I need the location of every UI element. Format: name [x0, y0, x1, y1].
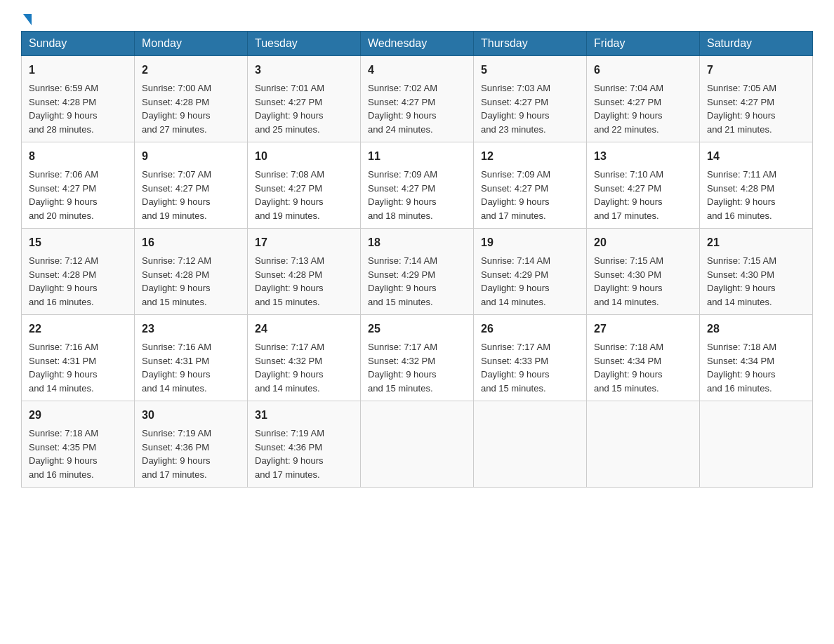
- daylight-text2: and 15 minutes.: [142, 295, 240, 309]
- sunrise-text: Sunrise: 7:03 AM: [481, 81, 579, 95]
- calendar-table: SundayMondayTuesdayWednesdayThursdayFrid…: [21, 31, 813, 488]
- day-number: 13: [594, 148, 692, 165]
- daylight-text: Daylight: 9 hours: [707, 195, 805, 209]
- daylight-text: Daylight: 9 hours: [707, 109, 805, 123]
- sunrise-text: Sunrise: 7:14 AM: [368, 254, 466, 268]
- calendar-cell: [700, 401, 813, 488]
- daylight-text2: and 17 minutes.: [481, 209, 579, 223]
- sunrise-text: Sunrise: 7:05 AM: [707, 81, 805, 95]
- daylight-text2: and 24 minutes.: [368, 123, 466, 137]
- daylight-text2: and 15 minutes.: [594, 382, 692, 396]
- daylight-text2: and 15 minutes.: [481, 382, 579, 396]
- daylight-text2: and 22 minutes.: [594, 123, 692, 137]
- calendar-week-2: 8Sunrise: 7:06 AMSunset: 4:27 PMDaylight…: [22, 142, 813, 229]
- weekday-header-tuesday: Tuesday: [248, 32, 361, 56]
- sunrise-text: Sunrise: 7:10 AM: [594, 168, 692, 182]
- daylight-text: Daylight: 9 hours: [481, 281, 579, 295]
- day-number: 18: [368, 234, 466, 251]
- daylight-text: Daylight: 9 hours: [29, 195, 127, 209]
- sunrise-text: Sunrise: 7:11 AM: [707, 168, 805, 182]
- calendar-body: 1Sunrise: 6:59 AMSunset: 4:28 PMDaylight…: [22, 56, 813, 488]
- daylight-text: Daylight: 9 hours: [368, 109, 466, 123]
- sunrise-text: Sunrise: 7:17 AM: [255, 340, 353, 354]
- day-number: 29: [29, 407, 127, 424]
- sunrise-text: Sunrise: 7:00 AM: [142, 81, 240, 95]
- day-number: 30: [142, 407, 240, 424]
- daylight-text: Daylight: 9 hours: [594, 281, 692, 295]
- sunrise-text: Sunrise: 7:16 AM: [29, 340, 127, 354]
- sunrise-text: Sunrise: 7:14 AM: [481, 254, 579, 268]
- sunrise-text: Sunrise: 7:18 AM: [29, 427, 127, 441]
- sunset-text: Sunset: 4:36 PM: [255, 441, 353, 455]
- calendar-cell: 17Sunrise: 7:13 AMSunset: 4:28 PMDayligh…: [248, 229, 361, 315]
- daylight-text: Daylight: 9 hours: [368, 368, 466, 382]
- day-number: 3: [255, 62, 353, 79]
- sunrise-text: Sunrise: 7:12 AM: [29, 254, 127, 268]
- sunset-text: Sunset: 4:27 PM: [255, 182, 353, 196]
- logo: [21, 14, 32, 24]
- day-number: 8: [29, 148, 127, 165]
- sunset-text: Sunset: 4:28 PM: [255, 268, 353, 282]
- logo-triangle-icon: [23, 14, 32, 25]
- daylight-text: Daylight: 9 hours: [142, 454, 240, 468]
- sunset-text: Sunset: 4:31 PM: [29, 354, 127, 368]
- sunrise-text: Sunrise: 7:15 AM: [594, 254, 692, 268]
- day-number: 12: [481, 148, 579, 165]
- sunset-text: Sunset: 4:27 PM: [255, 95, 353, 109]
- calendar-cell: 2Sunrise: 7:00 AMSunset: 4:28 PMDaylight…: [135, 56, 248, 142]
- daylight-text2: and 16 minutes.: [29, 468, 127, 482]
- daylight-text2: and 16 minutes.: [707, 209, 805, 223]
- daylight-text: Daylight: 9 hours: [255, 109, 353, 123]
- day-number: 16: [142, 234, 240, 251]
- calendar-cell: 6Sunrise: 7:04 AMSunset: 4:27 PMDaylight…: [587, 56, 700, 142]
- calendar-cell: 23Sunrise: 7:16 AMSunset: 4:31 PMDayligh…: [135, 315, 248, 401]
- day-number: 11: [368, 148, 466, 165]
- daylight-text: Daylight: 9 hours: [481, 109, 579, 123]
- sunset-text: Sunset: 4:27 PM: [481, 182, 579, 196]
- daylight-text: Daylight: 9 hours: [368, 195, 466, 209]
- sunrise-text: Sunrise: 7:06 AM: [29, 168, 127, 182]
- sunrise-text: Sunrise: 7:17 AM: [368, 340, 466, 354]
- daylight-text: Daylight: 9 hours: [29, 454, 127, 468]
- day-number: 21: [707, 234, 805, 251]
- sunset-text: Sunset: 4:27 PM: [594, 95, 692, 109]
- daylight-text: Daylight: 9 hours: [29, 368, 127, 382]
- calendar-cell: 4Sunrise: 7:02 AMSunset: 4:27 PMDaylight…: [361, 56, 474, 142]
- daylight-text2: and 19 minutes.: [142, 209, 240, 223]
- calendar-cell: 9Sunrise: 7:07 AMSunset: 4:27 PMDaylight…: [135, 142, 248, 229]
- calendar-cell: 13Sunrise: 7:10 AMSunset: 4:27 PMDayligh…: [587, 142, 700, 229]
- calendar-week-3: 15Sunrise: 7:12 AMSunset: 4:28 PMDayligh…: [22, 229, 813, 315]
- daylight-text2: and 17 minutes.: [255, 468, 353, 482]
- calendar-cell: 16Sunrise: 7:12 AMSunset: 4:28 PMDayligh…: [135, 229, 248, 315]
- sunset-text: Sunset: 4:29 PM: [481, 268, 579, 282]
- sunrise-text: Sunrise: 7:12 AM: [142, 254, 240, 268]
- sunrise-text: Sunrise: 7:18 AM: [594, 340, 692, 354]
- sunrise-text: Sunrise: 7:16 AM: [142, 340, 240, 354]
- day-number: 28: [707, 321, 805, 337]
- calendar-cell: 28Sunrise: 7:18 AMSunset: 4:34 PMDayligh…: [700, 315, 813, 401]
- daylight-text: Daylight: 9 hours: [594, 368, 692, 382]
- day-number: 7: [707, 62, 805, 79]
- daylight-text: Daylight: 9 hours: [481, 368, 579, 382]
- daylight-text2: and 14 minutes.: [594, 295, 692, 309]
- daylight-text2: and 14 minutes.: [481, 295, 579, 309]
- calendar-cell: 21Sunrise: 7:15 AMSunset: 4:30 PMDayligh…: [700, 229, 813, 315]
- sunrise-text: Sunrise: 6:59 AM: [29, 81, 127, 95]
- daylight-text2: and 14 minutes.: [255, 382, 353, 396]
- sunset-text: Sunset: 4:34 PM: [707, 354, 805, 368]
- daylight-text2: and 15 minutes.: [255, 295, 353, 309]
- calendar-cell: 31Sunrise: 7:19 AMSunset: 4:36 PMDayligh…: [248, 401, 361, 488]
- day-number: 9: [142, 148, 240, 165]
- daylight-text2: and 18 minutes.: [368, 209, 466, 223]
- sunrise-text: Sunrise: 7:18 AM: [707, 340, 805, 354]
- daylight-text2: and 16 minutes.: [707, 382, 805, 396]
- calendar-cell: 3Sunrise: 7:01 AMSunset: 4:27 PMDaylight…: [248, 56, 361, 142]
- daylight-text2: and 14 minutes.: [142, 382, 240, 396]
- calendar-cell: 22Sunrise: 7:16 AMSunset: 4:31 PMDayligh…: [22, 315, 135, 401]
- daylight-text2: and 28 minutes.: [29, 123, 127, 137]
- calendar-cell: 5Sunrise: 7:03 AMSunset: 4:27 PMDaylight…: [474, 56, 587, 142]
- sunset-text: Sunset: 4:29 PM: [368, 268, 466, 282]
- sunset-text: Sunset: 4:27 PM: [368, 182, 466, 196]
- daylight-text: Daylight: 9 hours: [142, 195, 240, 209]
- sunset-text: Sunset: 4:27 PM: [481, 95, 579, 109]
